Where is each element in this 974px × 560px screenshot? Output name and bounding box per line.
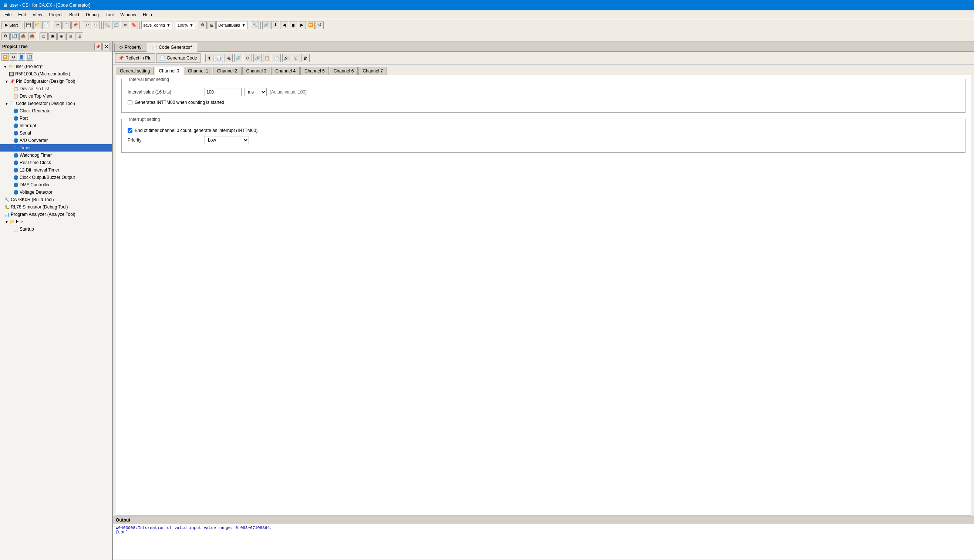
find-button[interactable]: 🔍 bbox=[103, 21, 111, 29]
tree-item-mcu[interactable]: 🔲 R5F100LG (Microcontroller) bbox=[0, 70, 112, 78]
act-btn2[interactable]: 📊 bbox=[215, 54, 223, 62]
tree-item-timer[interactable]: 🔵 Timer bbox=[0, 144, 112, 152]
cut-button[interactable]: ✂ bbox=[53, 21, 62, 29]
tree-item-dma[interactable]: 🔵 DMA Controller bbox=[0, 181, 112, 188]
tb2-btn8[interactable]: ▤ bbox=[66, 32, 74, 40]
save-button[interactable]: 💾 bbox=[24, 21, 33, 29]
priority-select[interactable]: Low Medium High bbox=[205, 136, 249, 144]
menu-file[interactable]: File bbox=[2, 12, 14, 18]
build-dropdown[interactable]: DefaultBuild ▼ bbox=[216, 21, 247, 29]
tree-user-button[interactable]: 👤 bbox=[18, 53, 25, 61]
generates-checkbox[interactable] bbox=[128, 100, 132, 105]
tb2-btn6[interactable]: ▣ bbox=[48, 32, 57, 40]
expand-file[interactable]: ▼ bbox=[5, 220, 9, 224]
tree-item-buzzer[interactable]: 🔵 Clock Output/Buzzer Output bbox=[0, 174, 112, 181]
menu-help[interactable]: Help bbox=[140, 12, 155, 18]
download-button[interactable]: ⬇ bbox=[271, 21, 279, 29]
tree-item-rtc[interactable]: 🔵 Real-time Clock bbox=[0, 159, 112, 166]
tree-item-code-generator[interactable]: ▼ 📄 Code Generator (Design Tool) bbox=[0, 100, 112, 107]
tree-item-analyzer[interactable]: 📊 Program Analyzer (Analyze Tool) bbox=[0, 211, 112, 218]
menu-debug[interactable]: Debug bbox=[83, 12, 102, 18]
generate-code-button[interactable]: 📄 Generate Code bbox=[157, 53, 200, 63]
percent-dropdown[interactable]: 100% ▼ bbox=[176, 21, 195, 29]
tab-channel6[interactable]: Channel 6 bbox=[329, 67, 358, 75]
cpu-button[interactable]: 🖥 bbox=[207, 21, 216, 29]
tab-channel2[interactable]: Channel 2 bbox=[213, 67, 242, 75]
step-button[interactable]: ⏩ bbox=[307, 21, 315, 29]
tree-item-interrupt[interactable]: 🔵 Interrupt bbox=[0, 122, 112, 129]
act-btn8[interactable]: 🕐 bbox=[272, 54, 281, 62]
paste-button[interactable]: 📌 bbox=[72, 21, 80, 29]
redo-button[interactable]: ↪ bbox=[92, 21, 100, 29]
tree-item-watchdog[interactable]: 🔵 Watchdog Timer bbox=[0, 152, 112, 159]
prop-button[interactable]: ⚙ bbox=[199, 21, 207, 29]
menu-tool[interactable]: Tool bbox=[102, 12, 117, 18]
tree-item-startup[interactable]: 📄 Startup bbox=[0, 225, 112, 233]
tb2-btn9[interactable]: ◫ bbox=[75, 32, 83, 40]
tab-channel0[interactable]: Channel 0 bbox=[155, 67, 183, 75]
stop-button[interactable]: ⏹ bbox=[289, 21, 297, 29]
tab-channel7[interactable]: Channel 7 bbox=[358, 67, 387, 75]
copy-button[interactable]: 📋 bbox=[62, 21, 71, 29]
tb2-btn4[interactable]: 📥 bbox=[28, 32, 36, 40]
act-btn9[interactable]: 🔊 bbox=[282, 54, 291, 62]
tree-item-clock[interactable]: 🔵 Clock Generator bbox=[0, 107, 112, 115]
tab-channel5[interactable]: Channel 5 bbox=[301, 67, 329, 75]
tree-item-serial[interactable]: 🔵 Serial bbox=[0, 129, 112, 137]
tree-item-device-pin-list[interactable]: 📋 Device Pin List bbox=[0, 85, 112, 92]
act-btn6[interactable]: 🔗 bbox=[253, 54, 262, 62]
tree-item-port[interactable]: 🔵 Port bbox=[0, 115, 112, 122]
tb2-btn7[interactable]: ■ bbox=[57, 32, 65, 40]
tab-channel1[interactable]: Channel 1 bbox=[184, 67, 212, 75]
menu-build[interactable]: Build bbox=[66, 12, 82, 18]
tree-sync-button[interactable]: ⊙ bbox=[10, 53, 17, 61]
act-btn4[interactable]: 🔗 bbox=[234, 54, 242, 62]
act-btn3[interactable]: 🔌 bbox=[224, 54, 233, 62]
tree-item-simulator[interactable]: 🐛 RL78 Simulator (Debug Tool) bbox=[0, 203, 112, 211]
tb2-btn2[interactable]: 🔄 bbox=[10, 32, 18, 40]
tree-item-adc[interactable]: 🔵 A/D Converter bbox=[0, 137, 112, 144]
replace-button[interactable]: 🔄 bbox=[112, 21, 120, 29]
tree-item-build-tool[interactable]: 🔧 CA78K0R (Build Tool) bbox=[0, 196, 112, 203]
tb2-btn1[interactable]: ⚙ bbox=[2, 32, 10, 40]
tree-item-voltage[interactable]: 🔵 Voltage Detector bbox=[0, 188, 112, 196]
tree-item-file-folder[interactable]: ▼ 📁 File bbox=[0, 218, 112, 225]
act-btn11[interactable]: 🗑 bbox=[301, 54, 310, 62]
end-of-timer-checkbox[interactable] bbox=[128, 128, 132, 133]
tab-property[interactable]: ⚙ Property bbox=[114, 43, 146, 52]
tab-code-generator[interactable]: 📄 Code Generator* bbox=[147, 43, 197, 52]
tree-item-12bit[interactable]: 🔵 12-Bit Interval Timer bbox=[0, 166, 112, 174]
settings-button[interactable]: 🔧 bbox=[251, 21, 259, 29]
menu-edit[interactable]: Edit bbox=[15, 12, 29, 18]
tab-channel3[interactable]: Channel 3 bbox=[242, 67, 271, 75]
expand-code[interactable]: ▼ bbox=[5, 101, 9, 106]
bookmark-button[interactable]: 🔖 bbox=[130, 21, 138, 29]
tab-channel4[interactable]: Channel 4 bbox=[271, 67, 300, 75]
tb2-btn3[interactable]: 📤 bbox=[19, 32, 27, 40]
config-dropdown[interactable]: save_config ▼ bbox=[141, 21, 172, 29]
connect-button[interactable]: 🔗 bbox=[262, 21, 271, 29]
tree-pin-button[interactable]: 📌 bbox=[94, 43, 102, 50]
tree-close-button[interactable]: ✕ bbox=[102, 43, 110, 50]
tree-refresh-button[interactable]: 🔄 bbox=[26, 53, 33, 61]
act-btn5[interactable]: ⚙ bbox=[244, 54, 252, 62]
run-button[interactable]: ▶ bbox=[298, 21, 306, 29]
tree-item-pin-configurator[interactable]: ▼ 📌 Pin Configurator (Design Tool) bbox=[0, 78, 112, 85]
new-button[interactable]: 📄 bbox=[42, 21, 50, 29]
act-btn1[interactable]: ⬆ bbox=[205, 54, 214, 62]
menu-window[interactable]: Window bbox=[117, 12, 139, 18]
menu-view[interactable]: View bbox=[30, 12, 45, 18]
start-button[interactable]: ▶ Start bbox=[2, 21, 21, 29]
interval-value-input[interactable] bbox=[205, 88, 242, 96]
jump-button[interactable]: ➡ bbox=[121, 21, 129, 29]
act-btn7[interactable]: 📋 bbox=[263, 54, 271, 62]
act-btn10[interactable]: 📡 bbox=[292, 54, 300, 62]
reflect-in-pin-button[interactable]: 📌 Reflect in Pin bbox=[115, 53, 155, 63]
back-button[interactable]: ◀ bbox=[280, 21, 288, 29]
tree-sort-button[interactable]: 🔽 bbox=[2, 53, 9, 61]
tree-item-device-top-view[interactable]: 📋 Device Top View bbox=[0, 92, 112, 100]
reset-button[interactable]: ↺ bbox=[316, 21, 324, 29]
tab-general-setting[interactable]: General setting bbox=[116, 67, 154, 75]
undo-button[interactable]: ↩ bbox=[83, 21, 91, 29]
tree-item-project[interactable]: ▼ 📁 user (Project)* bbox=[0, 63, 112, 70]
